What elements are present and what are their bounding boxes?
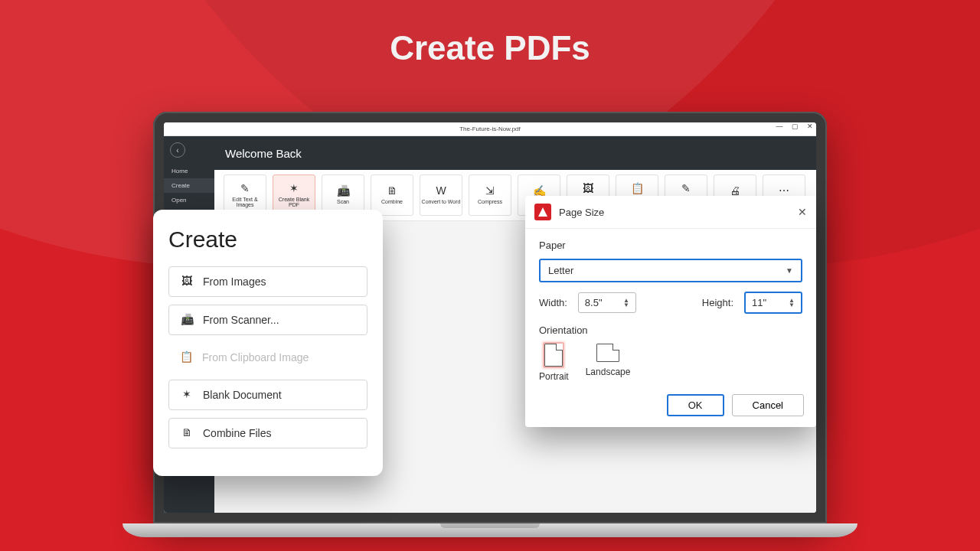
tool-label: Create Blank PDF — [273, 197, 315, 208]
tool-icon: W — [436, 185, 446, 197]
welcome-heading: Welcome Back — [214, 136, 816, 170]
width-label: Width: — [539, 297, 567, 308]
app-logo-icon — [534, 204, 551, 220]
tool-label: Combine — [381, 199, 403, 204]
option-icon: 📋 — [179, 350, 193, 364]
tool-label: Compress — [478, 199, 502, 204]
tool-icon: ✍ — [533, 185, 546, 197]
orientation-portrait[interactable]: Portrait — [539, 344, 569, 382]
back-button[interactable]: ‹ — [170, 142, 185, 158]
tool-icon: 📠 — [337, 185, 350, 197]
tool-icon: ✎ — [240, 183, 250, 194]
height-value: 11" — [752, 297, 766, 308]
tool-label: Convert to Word — [422, 199, 461, 204]
create-popover: Create 🖼From Images📠From Scanner...📋From… — [153, 210, 383, 476]
window-titlebar: The-Future-is-Now.pdf — ▢ ✕ — [164, 122, 816, 136]
spinner-icon[interactable]: ▲▼ — [789, 298, 795, 308]
orientation-landscape[interactable]: Landscape — [586, 344, 631, 382]
tool-icon: 📋 — [631, 183, 644, 194]
create-option-from-clipboard-image: 📋From Clipboard Image — [168, 343, 368, 372]
create-option-combine-files[interactable]: 🗎Combine Files — [168, 418, 368, 448]
tool-icon: 🗎 — [387, 185, 397, 197]
tool-convert-to-word[interactable]: WConvert to Word — [420, 174, 462, 216]
option-label: From Clipboard Image — [202, 351, 309, 364]
tool-compress[interactable]: ⇲Compress — [469, 174, 511, 216]
portrait-icon — [544, 344, 563, 367]
laptop-base — [122, 523, 858, 537]
back-icon: ‹ — [176, 146, 178, 155]
option-label: From Images — [203, 276, 266, 288]
tool-icon: ⇲ — [485, 185, 495, 197]
ok-button[interactable]: OK — [667, 394, 724, 416]
sidebar-item-home[interactable]: Home — [164, 164, 214, 178]
create-heading: Create — [168, 227, 368, 253]
width-value: 8.5" — [585, 297, 603, 308]
page-size-dialog: Page Size ✕ Paper Letter ▼ Width: 8.5" ▲… — [525, 196, 816, 427]
cancel-button[interactable]: Cancel — [732, 394, 804, 416]
tool-icon: ⋯ — [779, 185, 789, 197]
paper-label: Paper — [539, 240, 802, 251]
option-icon: 🖼 — [180, 275, 194, 289]
height-stepper[interactable]: 11" ▲▼ — [744, 292, 802, 314]
tool-icon: ✎ — [681, 183, 691, 194]
tool-icon: 🖼 — [583, 183, 593, 194]
spinner-icon[interactable]: ▲▼ — [623, 298, 629, 308]
tool-icon: 🖨 — [730, 185, 740, 197]
maximize-icon[interactable]: ▢ — [790, 122, 799, 130]
option-label: From Scanner... — [203, 314, 279, 326]
width-stepper[interactable]: 8.5" ▲▼ — [578, 292, 636, 313]
tool-label: Edit Text & Images — [224, 197, 266, 208]
landscape-icon — [596, 344, 619, 362]
create-option-from-images[interactable]: 🖼From Images — [168, 266, 368, 297]
window-filename: The-Future-is-Now.pdf — [459, 126, 521, 132]
chevron-down-icon: ▼ — [786, 266, 793, 275]
paper-value: Letter — [548, 265, 573, 276]
close-dialog-button[interactable]: ✕ — [798, 206, 807, 218]
height-label: Height: — [702, 297, 733, 308]
orientation-label: Orientation — [539, 324, 802, 336]
dialog-title: Page Size — [559, 207, 604, 218]
sidebar-item-create[interactable]: Create — [164, 178, 214, 193]
paper-select[interactable]: Letter ▼ — [539, 259, 802, 282]
minimize-icon[interactable]: — — [775, 122, 784, 130]
option-label: Blank Document — [203, 389, 282, 401]
close-icon[interactable]: ✕ — [805, 122, 815, 130]
tool-label: Scan — [337, 199, 349, 204]
tool-icon: ✶ — [289, 183, 299, 194]
option-icon: 📠 — [180, 313, 194, 327]
sidebar-item-open[interactable]: Open — [164, 193, 214, 207]
option-icon: ✶ — [180, 388, 194, 402]
option-label: Combine Files — [203, 427, 271, 439]
create-option-from-scanner-[interactable]: 📠From Scanner... — [168, 305, 368, 335]
option-icon: 🗎 — [180, 426, 194, 440]
create-option-blank-document[interactable]: ✶Blank Document — [168, 380, 368, 410]
